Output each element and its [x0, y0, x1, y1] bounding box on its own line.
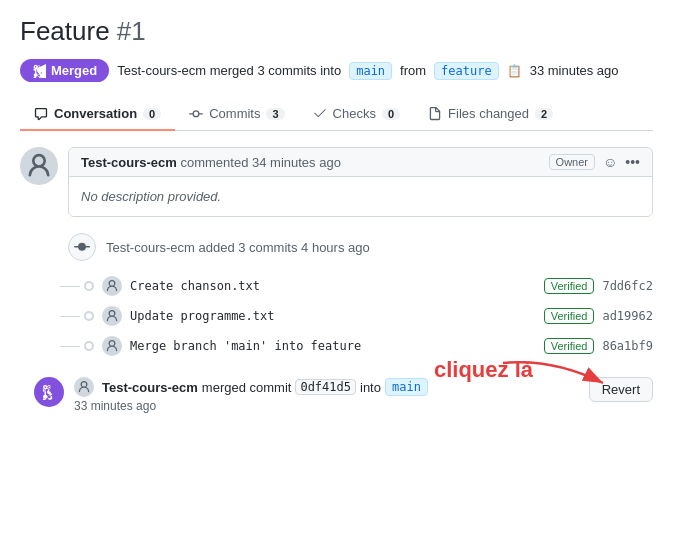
tab-commits-count: 3: [266, 108, 284, 120]
merged-branch-tag[interactable]: main: [385, 378, 428, 396]
comment-time: commented 34 minutes ago: [180, 155, 340, 170]
commit-row: Merge branch 'main' into feature Verifie…: [60, 331, 653, 361]
commit-sha-2[interactable]: ad19962: [602, 309, 653, 323]
comment-author[interactable]: Test-cours-ecm: [81, 155, 177, 170]
commit-dot-1: [60, 281, 94, 291]
tab-checks[interactable]: Checks 0: [299, 98, 414, 131]
from-text: from: [400, 63, 426, 78]
tab-conversation[interactable]: Conversation 0: [20, 98, 175, 131]
tab-conversation-label: Conversation: [54, 106, 137, 121]
time-ago: 33 minutes ago: [530, 63, 619, 78]
comment-header-actions: Owner ☺ •••: [549, 154, 640, 170]
comment-header: Test-cours-ecm commented 34 minutes ago …: [69, 148, 652, 177]
commit-dot-2: [60, 311, 94, 321]
tab-checks-count: 0: [382, 108, 400, 120]
merged-action: merged commit: [202, 380, 292, 395]
tabs-bar: Conversation 0 Commits 3 Checks 0 Files …: [20, 98, 653, 131]
merged-event: Test-cours-ecm merged commit 0df41d5 int…: [30, 377, 653, 413]
revert-button[interactable]: Revert: [589, 377, 653, 402]
annotation-wrapper: Test-cours-ecm merged commit 0df41d5 int…: [20, 361, 653, 413]
commit-avatar-2: [102, 306, 122, 326]
copy-icon[interactable]: 📋: [507, 64, 522, 78]
tab-files-changed-count: 2: [535, 108, 553, 120]
commit-message-2[interactable]: Update programme.txt: [130, 309, 536, 323]
tab-commits-label: Commits: [209, 106, 260, 121]
merged-text: Test-cours-ecm merged commit 0df41d5 int…: [74, 377, 428, 397]
commenter-avatar: [20, 147, 58, 185]
tab-files-changed[interactable]: Files changed 2: [414, 98, 567, 131]
commit-avatar-3: [102, 336, 122, 356]
commit-sha-1[interactable]: 7dd6fc2: [602, 279, 653, 293]
verified-badge-1: Verified: [544, 278, 595, 294]
tab-conversation-count: 0: [143, 108, 161, 120]
merged-sha[interactable]: 0df41d5: [295, 379, 356, 395]
merged-time: 33 minutes ago: [74, 399, 428, 413]
merged-author[interactable]: Test-cours-ecm: [102, 380, 198, 395]
timeline: Test-cours-ecm commented 34 minutes ago …: [20, 147, 653, 413]
merged-content: Test-cours-ecm merged commit 0df41d5 int…: [74, 377, 428, 413]
pr-title: Feature #1: [20, 16, 653, 47]
owner-badge: Owner: [549, 154, 595, 170]
emoji-icon[interactable]: ☺: [603, 154, 617, 170]
merged-row: Test-cours-ecm merged commit 0df41d5 int…: [74, 377, 653, 413]
commit-message-3[interactable]: Merge branch 'main' into feature: [130, 339, 536, 353]
commit-dot-3: [60, 341, 94, 351]
merged-avatar: [74, 377, 94, 397]
comment-body: No description provided.: [69, 177, 652, 216]
commits-header: Test-cours-ecm added 3 commits 4 hours a…: [68, 233, 653, 261]
verified-badge-3: Verified: [544, 338, 595, 354]
commit-avatar-1: [102, 276, 122, 296]
more-options-icon[interactable]: •••: [625, 154, 640, 170]
merged-badge: Merged: [20, 59, 109, 82]
tab-files-changed-label: Files changed: [448, 106, 529, 121]
tab-commits[interactable]: Commits 3: [175, 98, 298, 131]
commit-row: Update programme.txt Verified ad19962: [60, 301, 653, 331]
merged-event-icon: [34, 377, 64, 407]
comment-author-meta: Test-cours-ecm commented 34 minutes ago: [81, 155, 341, 170]
commit-row: Create chanson.txt Verified 7dd6fc2: [60, 271, 653, 301]
merged-into: into: [360, 380, 381, 395]
meta-text: Test-cours-ecm merged 3 commits into: [117, 63, 341, 78]
commits-header-text: Test-cours-ecm added 3 commits 4 hours a…: [106, 240, 370, 255]
verified-badge-2: Verified: [544, 308, 595, 324]
pr-meta: Merged Test-cours-ecm merged 3 commits i…: [20, 59, 653, 82]
branch-main-tag[interactable]: main: [349, 62, 392, 80]
commit-sha-3[interactable]: 86a1bf9: [602, 339, 653, 353]
tab-checks-label: Checks: [333, 106, 376, 121]
commit-message-1[interactable]: Create chanson.txt: [130, 279, 536, 293]
comment-card: Test-cours-ecm commented 34 minutes ago …: [68, 147, 653, 217]
commits-icon-wrap: [68, 233, 96, 261]
branch-feature-tag[interactable]: feature: [434, 62, 499, 80]
comment-block: Test-cours-ecm commented 34 minutes ago …: [20, 147, 653, 217]
